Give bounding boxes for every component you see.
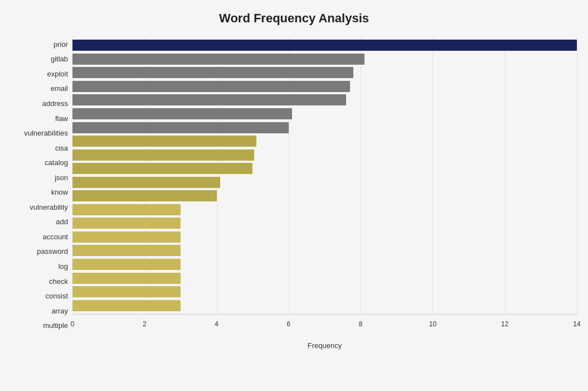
x-tick: 6 xyxy=(287,320,291,328)
y-label: cisa xyxy=(55,141,68,155)
x-axis: 02468101214 xyxy=(72,317,577,334)
bar xyxy=(72,122,289,133)
bar xyxy=(72,136,256,147)
x-tick: 0 xyxy=(71,320,75,328)
x-tick: 14 xyxy=(573,320,580,328)
bar-rows xyxy=(72,37,577,314)
bars-area xyxy=(72,37,577,314)
bar xyxy=(72,300,181,311)
x-tick: 4 xyxy=(215,320,218,328)
x-tick: 10 xyxy=(429,320,436,328)
bar-row xyxy=(72,299,577,312)
y-label: flaw xyxy=(55,111,68,125)
bar xyxy=(72,40,577,51)
bar xyxy=(72,67,353,78)
bar xyxy=(72,231,181,243)
chart-area: priorgitlabexploitemailaddressflawvulner… xyxy=(11,37,577,350)
bar-row xyxy=(72,162,577,175)
bar xyxy=(72,286,181,297)
x-tick: 8 xyxy=(359,320,363,328)
bar xyxy=(72,190,217,201)
y-label: exploit xyxy=(47,66,68,81)
y-label: know xyxy=(51,185,68,200)
bar-row xyxy=(72,38,577,52)
y-label: address xyxy=(42,96,68,110)
bar-row xyxy=(72,52,577,66)
bar-row xyxy=(72,134,577,148)
bar-row xyxy=(72,80,577,93)
y-label: vulnerabilities xyxy=(24,126,68,141)
x-axis-label: Frequency xyxy=(72,341,577,350)
bar xyxy=(72,163,252,174)
bar-row xyxy=(72,176,577,189)
bar xyxy=(72,108,292,119)
bar-row xyxy=(72,216,577,230)
bar-row xyxy=(72,244,577,257)
y-label: add xyxy=(56,215,68,229)
bar xyxy=(72,204,181,215)
y-label: multiple xyxy=(43,318,68,333)
y-label: consist xyxy=(46,289,68,303)
bars-and-xaxis: 02468101214 Frequency xyxy=(72,37,577,350)
y-label: account xyxy=(42,229,68,244)
bar xyxy=(72,149,254,161)
bar-row xyxy=(72,258,577,271)
grid-line xyxy=(577,37,577,314)
bar xyxy=(72,245,181,256)
bar-row xyxy=(72,285,577,298)
bar-row xyxy=(72,189,577,202)
bar xyxy=(72,94,346,105)
chart-container: Word Frequency Analysis priorgitlabexplo… xyxy=(0,0,588,391)
y-label: vulnerability xyxy=(30,200,68,214)
bar xyxy=(72,54,365,65)
y-label: json xyxy=(55,170,68,185)
bar xyxy=(72,81,350,92)
y-label: gitlab xyxy=(51,52,68,66)
y-label: check xyxy=(49,274,68,288)
bar-row xyxy=(72,66,577,79)
bar-row xyxy=(72,148,577,162)
y-label: email xyxy=(51,81,68,96)
bar-row xyxy=(72,121,577,134)
y-axis: priorgitlabexploitemailaddressflawvulner… xyxy=(11,37,72,350)
y-label: catalog xyxy=(45,156,68,170)
y-label: array xyxy=(51,303,68,318)
bar xyxy=(72,273,181,284)
bar-row xyxy=(72,272,577,285)
x-tick: 12 xyxy=(501,320,508,328)
bar xyxy=(72,218,181,229)
x-tick: 2 xyxy=(143,320,147,328)
y-label: log xyxy=(59,259,68,273)
bar xyxy=(72,177,220,188)
bar-row xyxy=(72,230,577,244)
bar-row xyxy=(72,93,577,107)
bar xyxy=(72,259,181,270)
x-axis-line xyxy=(72,314,577,315)
bar-row xyxy=(72,203,577,216)
y-label: password xyxy=(37,244,68,259)
bar-row xyxy=(72,107,577,120)
y-label: prior xyxy=(54,37,68,51)
chart-title: Word Frequency Analysis xyxy=(11,11,577,26)
